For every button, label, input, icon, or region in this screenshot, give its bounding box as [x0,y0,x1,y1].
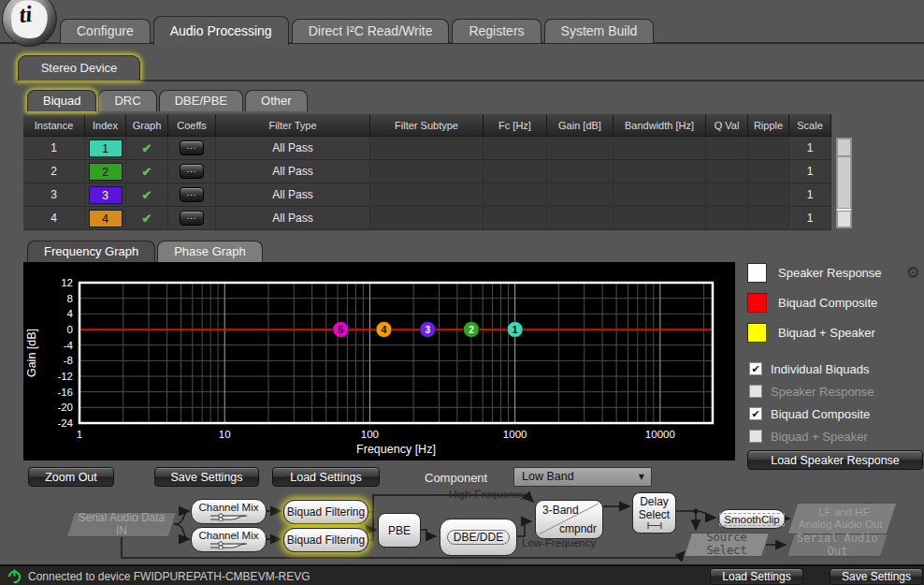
load-speaker-response-button[interactable]: Load Speaker Response [747,450,923,470]
cell-index[interactable]: 4 [85,207,126,230]
flow-channel-mix-2[interactable]: Channel Mix [191,527,267,552]
cell-ripple[interactable] [748,207,789,230]
cell-ripple[interactable] [748,183,789,207]
main-tab-audio-processing[interactable]: Audio Processing [153,16,289,45]
cell-graph[interactable]: ✔ [126,183,168,207]
cell-fc[interactable] [484,160,547,183]
cell-q-val[interactable] [706,137,748,160]
table-scrollbar[interactable] [836,138,852,228]
cell-index[interactable]: 2 [85,160,126,183]
load-settings-button[interactable]: Load Settings [272,467,380,487]
gear-icon[interactable]: ⚙ [906,263,920,283]
cell-q-val[interactable] [706,160,748,183]
cell-gain[interactable] [547,160,614,183]
cell-filter-type[interactable]: All Pass [216,183,370,207]
flow-channel-mix-1[interactable]: Channel Mix [191,499,267,524]
column-header-ripple[interactable]: Ripple [748,114,789,137]
cell-index[interactable]: 3 [85,183,126,207]
cell-filter-type[interactable]: All Pass [216,137,370,160]
cell-q-val[interactable] [706,183,748,207]
cell-filter-type[interactable]: All Pass [216,160,370,183]
coeffs-button[interactable]: ... [180,187,204,202]
column-header-instance[interactable]: Instance [23,114,85,137]
cell-gain[interactable] [547,207,614,230]
main-tab-direct-i-c-read-write[interactable]: Direct I²C Read/Write [292,19,450,43]
checkbox-row-individual-biquads[interactable]: ✔Individual Biquads [749,358,874,380]
cell-fc[interactable] [484,137,547,160]
column-header-bandwidth-hz[interactable]: Bandwidth [Hz] [614,114,706,137]
cell-filter-subtype[interactable] [370,207,484,230]
cell-scale[interactable]: 1 [789,207,831,230]
scrollbar-thumb[interactable] [837,156,851,209]
flow-pbe[interactable]: PBE [378,513,421,548]
flow-delay-select[interactable]: Delay Select [632,492,676,534]
coeffs-button[interactable]: ... [180,164,204,179]
tab-stereo-device[interactable]: Stereo Device [18,55,140,80]
flow-source-select[interactable]: Source Select [684,533,770,557]
scrollbar-up-button[interactable] [837,139,851,156]
cell-fc[interactable] [484,207,547,230]
cell-filter-subtype[interactable] [370,137,484,160]
cell-bandwidth[interactable] [614,160,706,183]
cell-scale[interactable]: 1 [789,183,831,207]
cell-bandwidth[interactable] [614,183,706,207]
main-tab-configure[interactable]: Configure [60,19,151,43]
checkbox-individual-biquads[interactable]: ✔ [749,362,762,375]
cell-fc[interactable] [484,183,547,207]
flow-dbe-dde[interactable]: DBE/DDE [440,519,517,556]
graph-check-icon[interactable]: ✔ [142,141,152,155]
column-header-fc-hz[interactable]: Fc [Hz] [484,114,547,137]
cell-ripple[interactable] [748,160,789,183]
column-header-filter-type[interactable]: Filter Type [216,114,370,137]
column-header-filter-subtype[interactable]: Filter Subtype [370,114,484,137]
cell-bandwidth[interactable] [614,137,706,160]
main-tab-registers[interactable]: Registers [452,19,541,43]
column-header-scale[interactable]: Scale [789,114,831,137]
main-tab-system-build[interactable]: System Build [544,19,655,43]
column-header-graph[interactable]: Graph [126,114,168,137]
flow-biquad-filtering-2[interactable]: Biquad Filtering [283,528,368,552]
checkbox-row-speaker-response[interactable]: Speaker Response [749,380,874,402]
column-header-coeffs[interactable]: Coeffs [168,114,216,137]
sub-tab-other[interactable]: Other [245,90,308,111]
sub-tab-drc[interactable]: DRC [98,90,156,111]
checkbox-row-biquad-composite[interactable]: ✔Biquad Composite [749,402,874,425]
cell-graph[interactable]: ✔ [126,160,168,183]
checkbox-speaker-response[interactable] [749,385,762,398]
component-dropdown[interactable]: Low Band ▼ [513,467,652,487]
zoom-out-button[interactable]: Zoom Out [28,467,114,487]
statusbar-load-settings-button[interactable]: Load Settings [710,568,803,585]
cell-filter-subtype[interactable] [370,183,484,207]
sub-tab-biquad[interactable]: Biquad [27,90,96,111]
cell-q-val[interactable] [706,207,748,230]
cell-gain[interactable] [547,137,614,160]
flow-biquad-filtering-1[interactable]: Biquad Filtering [283,500,368,524]
cell-ripple[interactable] [748,137,789,160]
cell-scale[interactable]: 1 [789,160,831,183]
frequency-graph-canvas[interactable]: 12840-4-8-12-16-20-24110100100010000Freq… [23,262,735,461]
cell-index[interactable]: 1 [85,137,126,160]
graph-tab-frequency-graph[interactable]: Frequency Graph [27,241,155,262]
sub-tab-dbe-pbe[interactable]: DBE/PBE [159,90,243,111]
flow-smoothclip[interactable]: SmoothClip [718,509,786,529]
column-header-index[interactable]: Index [85,114,126,137]
cell-graph[interactable]: ✔ [126,137,168,160]
column-header-gain-db[interactable]: Gain [dB] [547,114,614,137]
scrollbar-down-button[interactable] [837,211,851,227]
cell-scale[interactable]: 1 [789,137,831,160]
cell-bandwidth[interactable] [614,207,706,230]
graph-check-icon[interactable]: ✔ [142,212,152,226]
flow-3band-compander[interactable]: 3-Band cmpndr [535,500,603,539]
cell-filter-type[interactable]: All Pass [216,207,370,230]
save-settings-button[interactable]: Save Settings [154,467,259,487]
cell-gain[interactable] [547,183,614,207]
cell-graph[interactable]: ✔ [126,207,168,230]
checkbox-biquad-composite[interactable]: ✔ [749,407,762,420]
coeffs-button[interactable]: ... [180,211,204,226]
cell-filter-subtype[interactable] [370,160,484,183]
column-header-q-val[interactable]: Q Val [706,114,748,137]
graph-tab-phase-graph[interactable]: Phase Graph [157,241,263,262]
graph-check-icon[interactable]: ✔ [142,165,152,179]
checkbox-biquad-speaker[interactable] [749,430,762,443]
checkbox-row-biquad-speaker[interactable]: Biquad + Speaker [749,425,874,447]
